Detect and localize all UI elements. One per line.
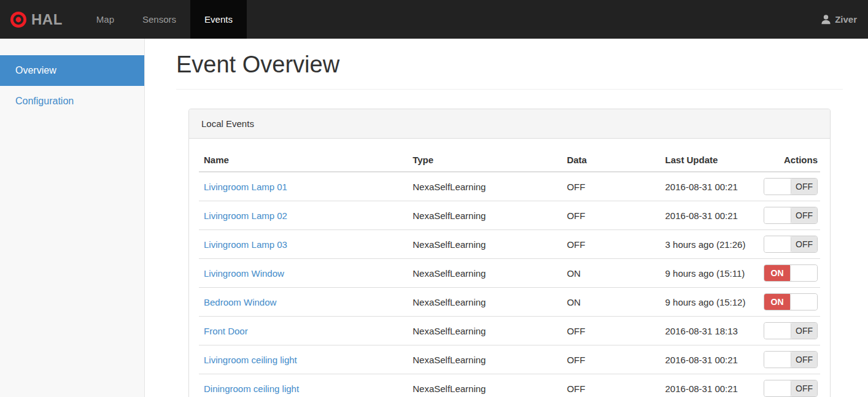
main-nav: Map Sensors Events — [82, 0, 247, 39]
state-toggle[interactable]: OFF — [764, 207, 818, 224]
brand-label: HAL — [31, 11, 63, 28]
toggle-state-label: ON — [764, 265, 790, 281]
event-data-cell: OFF — [562, 345, 660, 374]
table-row: Livingroom Lamp 02 NexaSelfLearning OFF … — [199, 201, 820, 230]
table-row: Diningroom ceiling light NexaSelfLearnin… — [199, 374, 820, 397]
event-last-update-cell: 2016-08-31 00:21 — [661, 345, 759, 374]
event-last-update-cell: 2016-08-31 18:13 — [661, 317, 759, 345]
table-row: Livingroom ceiling light NexaSelfLearnin… — [199, 345, 820, 374]
state-toggle[interactable]: OFF — [764, 351, 818, 368]
nav-item-events[interactable]: Events — [190, 0, 247, 39]
event-type-cell: NexaSelfLearning — [408, 374, 562, 397]
event-last-update-cell: 2016-08-31 00:21 — [661, 201, 759, 230]
state-toggle[interactable]: OFF — [764, 236, 818, 253]
event-data-cell: ON — [562, 259, 660, 288]
toggle-state-label: OFF — [791, 352, 817, 368]
col-header-actions: Actions — [759, 150, 820, 172]
event-type-cell: NexaSelfLearning — [408, 259, 562, 288]
hal-logo-icon — [10, 11, 27, 28]
local-events-panel: Local Events Name Type Data Last Update … — [188, 109, 831, 397]
table-header-row: Name Type Data Last Update Actions — [199, 150, 820, 172]
event-last-update-cell: 9 hours ago (15:12) — [661, 288, 759, 317]
event-name-link[interactable]: Diningroom ceiling light — [204, 384, 299, 394]
toggle-knob — [764, 323, 791, 339]
col-header-type: Type — [408, 150, 562, 172]
event-name-link[interactable]: Bedroom Window — [204, 297, 276, 307]
nav-item-sensors[interactable]: Sensors — [128, 0, 190, 39]
brand[interactable]: HAL — [0, 0, 71, 39]
toggle-knob — [790, 294, 817, 310]
main-content: Event Overview Local Events Name Type Da… — [145, 39, 868, 397]
event-data-cell: ON — [562, 288, 660, 317]
state-toggle[interactable]: OFF — [764, 322, 818, 339]
event-type-cell: NexaSelfLearning — [408, 201, 562, 230]
toggle-knob — [764, 236, 791, 252]
col-header-last-update: Last Update — [661, 150, 759, 172]
event-name-link[interactable]: Livingroom Lamp 01 — [204, 182, 287, 192]
nav-item-map[interactable]: Map — [82, 0, 128, 39]
toggle-knob — [764, 207, 791, 223]
events-table: Name Type Data Last Update Actions Livin… — [199, 150, 820, 397]
event-name-link[interactable]: Livingroom Lamp 03 — [204, 239, 287, 250]
event-name-link[interactable]: Front Door — [204, 326, 248, 336]
events-table-body: Livingroom Lamp 01 NexaSelfLearning OFF … — [199, 172, 820, 397]
col-header-data: Data — [562, 150, 660, 172]
sidebar-item-overview[interactable]: Overview — [0, 55, 144, 86]
toggle-knob — [764, 179, 791, 195]
event-type-cell: NexaSelfLearning — [408, 345, 562, 374]
toggle-state-label: OFF — [791, 207, 817, 223]
event-last-update-cell: 3 hours ago (21:26) — [661, 230, 759, 259]
toggle-knob — [764, 380, 791, 396]
sidebar-item-configuration[interactable]: Configuration — [0, 86, 144, 117]
toggle-state-label: OFF — [791, 179, 817, 195]
event-last-update-cell: 2016-08-31 00:21 — [661, 172, 759, 201]
event-type-cell: NexaSelfLearning — [408, 288, 562, 317]
toggle-knob — [790, 265, 817, 281]
user-menu[interactable]: Ziver — [821, 0, 868, 39]
state-toggle[interactable]: OFF — [764, 380, 818, 397]
event-data-cell: OFF — [562, 230, 660, 259]
page-layout: Overview Configuration Event Overview Lo… — [0, 39, 868, 397]
event-name-link[interactable]: Livingroom ceiling light — [204, 355, 297, 365]
toggle-knob — [764, 352, 791, 368]
top-navbar: HAL Map Sensors Events Ziver — [0, 0, 868, 39]
event-data-cell: OFF — [562, 201, 660, 230]
toggle-state-label: ON — [764, 294, 790, 310]
toggle-state-label: OFF — [791, 380, 817, 396]
event-name-link[interactable]: Livingroom Lamp 02 — [204, 210, 287, 221]
toggle-state-label: OFF — [791, 236, 817, 252]
event-data-cell: OFF — [562, 172, 660, 201]
title-divider — [176, 89, 843, 90]
event-type-cell: NexaSelfLearning — [408, 172, 562, 201]
event-last-update-cell: 9 hours ago (15:11) — [661, 259, 759, 288]
event-last-update-cell: 2016-08-31 00:21 — [661, 374, 759, 397]
user-icon — [821, 14, 831, 25]
table-row: Livingroom Lamp 01 NexaSelfLearning OFF … — [199, 172, 820, 201]
state-toggle[interactable]: OFF — [764, 178, 818, 195]
user-name: Ziver — [835, 14, 857, 25]
panel-body: Name Type Data Last Update Actions Livin… — [189, 139, 830, 397]
event-data-cell: OFF — [562, 374, 660, 397]
state-toggle[interactable]: ON — [764, 293, 818, 310]
state-toggle[interactable]: ON — [764, 264, 818, 282]
sidebar: Overview Configuration — [0, 39, 145, 397]
panel-heading: Local Events — [189, 109, 830, 139]
table-row: Front Door NexaSelfLearning OFF 2016-08-… — [199, 317, 820, 345]
event-data-cell: OFF — [562, 317, 660, 345]
toggle-state-label: OFF — [791, 323, 817, 339]
page-title: Event Overview — [176, 52, 843, 78]
table-row: Livingroom Window NexaSelfLearning ON 9 … — [199, 259, 820, 288]
event-type-cell: NexaSelfLearning — [408, 317, 562, 345]
table-row: Bedroom Window NexaSelfLearning ON 9 hou… — [199, 288, 820, 317]
event-type-cell: NexaSelfLearning — [408, 230, 562, 259]
table-row: Livingroom Lamp 03 NexaSelfLearning OFF … — [199, 230, 820, 259]
event-name-link[interactable]: Livingroom Window — [204, 268, 284, 279]
col-header-name: Name — [199, 150, 408, 172]
